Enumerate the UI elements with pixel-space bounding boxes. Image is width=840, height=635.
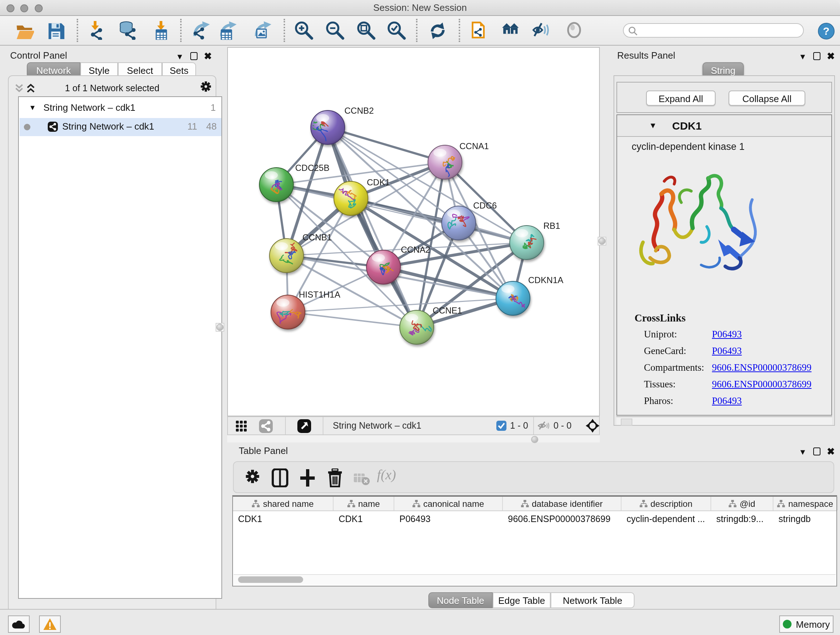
tab-edge-table[interactable]: Edge Table xyxy=(493,592,551,608)
crosslink-link[interactable]: P06493 xyxy=(712,345,742,357)
network-node-count: 11 xyxy=(187,121,197,132)
table-settings-gear-icon[interactable] xyxy=(245,469,261,487)
crosslink-link[interactable]: P06493 xyxy=(712,329,742,340)
panel-menu-icon[interactable]: ▼ xyxy=(799,52,807,60)
toolbar-separator xyxy=(416,19,417,42)
search-input[interactable] xyxy=(623,23,804,38)
document-share-icon[interactable] xyxy=(470,21,490,41)
results-scroll-strip[interactable] xyxy=(616,416,832,425)
network-share-view-icon[interactable] xyxy=(259,419,273,433)
column-header-description[interactable]: description xyxy=(622,497,711,510)
tab-node-table[interactable]: Node Table xyxy=(428,592,493,608)
entry-collapse-icon[interactable]: ▼ xyxy=(649,121,657,130)
grid-view-icon[interactable] xyxy=(236,421,247,434)
column-header--id[interactable]: @id xyxy=(711,497,774,510)
panel-float-icon[interactable] xyxy=(813,52,821,60)
collection-expander-icon[interactable]: ▼ xyxy=(29,103,36,111)
crosslink-link[interactable]: 9606.ENSP00000378699 xyxy=(712,362,812,374)
export-image-icon[interactable] xyxy=(253,21,273,41)
protein-entry-header[interactable]: ▼ CDK1 xyxy=(617,115,831,137)
crosslink-row: Uniprot:P06493 xyxy=(644,329,825,345)
table-cell[interactable]: P06493 xyxy=(394,514,503,526)
table-cell[interactable]: stringdb xyxy=(774,514,838,526)
network-options-gear-icon[interactable] xyxy=(200,80,212,96)
results-panel-title: Results Panel xyxy=(617,50,675,61)
table-row[interactable]: CDK1CDK1P064939606.ENSP00000378699cyclin… xyxy=(233,514,836,526)
zoom-fit-icon[interactable] xyxy=(357,21,377,41)
node-label-HIST1H1A: HIST1H1A xyxy=(299,290,340,299)
scrollbar-thumb[interactable] xyxy=(238,576,303,583)
network-collection-row[interactable]: ▼ String Network – cdk1 1 xyxy=(19,101,221,118)
export-table-icon[interactable] xyxy=(218,21,239,41)
node-label-CDKN1A: CDKN1A xyxy=(528,275,563,285)
open-in-new-window-icon[interactable] xyxy=(297,419,311,433)
panel-close-icon[interactable]: ✖ xyxy=(204,51,212,62)
birds-eye-view-icon[interactable] xyxy=(585,418,600,436)
help-icon[interactable]: ? xyxy=(818,22,838,43)
tab-network-table[interactable]: Network Table xyxy=(551,592,635,608)
network-current-dot-icon xyxy=(24,124,30,130)
left-splitter-handle[interactable] xyxy=(216,323,224,332)
add-column-icon[interactable] xyxy=(299,469,316,490)
refresh-icon[interactable] xyxy=(428,21,448,41)
panel-close-icon[interactable]: ✖ xyxy=(827,51,835,62)
node-RB1[interactable] xyxy=(510,226,544,260)
node-label-CCNB1: CCNB1 xyxy=(302,233,332,242)
cloud-button[interactable] xyxy=(8,616,30,633)
delete-column-trash-icon[interactable] xyxy=(326,469,344,490)
selected-checkbox-icon[interactable] xyxy=(496,421,507,431)
panel-menu-icon[interactable]: ▼ xyxy=(799,447,807,456)
panel-float-icon[interactable] xyxy=(190,52,197,60)
warnings-button[interactable] xyxy=(39,616,61,633)
edge-CCNE1-HIST1H1A[interactable] xyxy=(288,312,417,327)
function-builder-icon-disabled: f(x) xyxy=(377,467,396,483)
table-cell[interactable]: CDK1 xyxy=(233,514,333,526)
panel-float-icon[interactable] xyxy=(813,448,821,455)
zoom-selected-icon[interactable] xyxy=(387,21,407,41)
panel-close-icon[interactable]: ✖ xyxy=(827,446,835,457)
save-session-icon[interactable] xyxy=(46,21,66,41)
table-cell[interactable]: CDK1 xyxy=(333,514,394,526)
column-header-canonical-name[interactable]: canonical name xyxy=(394,497,503,510)
import-database-icon[interactable] xyxy=(118,21,138,41)
table-cell[interactable]: stringdb:9... xyxy=(711,514,774,526)
node-CCNB1[interactable] xyxy=(270,239,303,272)
results-buttons-row: Expand All Collapse All xyxy=(616,82,832,113)
table-cell[interactable]: 9606.ENSP00000378699 xyxy=(503,514,622,526)
home-icon[interactable] xyxy=(501,21,522,41)
column-header-database-identifier[interactable]: database identifier xyxy=(503,497,622,510)
table-horizontal-scrollbar[interactable] xyxy=(234,574,836,585)
node-CDC6[interactable] xyxy=(442,206,476,240)
table-panel-controls: ▼ ✖ xyxy=(799,446,835,457)
control-panel-controls: ▼ ✖ xyxy=(176,51,212,62)
export-network-icon[interactable] xyxy=(192,21,212,41)
crosslink-link[interactable]: 9606.ENSP00000378699 xyxy=(712,379,812,390)
network-type-icon xyxy=(48,122,58,132)
node-CCNB2[interactable] xyxy=(311,111,345,144)
node-CDC25B[interactable] xyxy=(259,168,294,202)
import-table-icon[interactable] xyxy=(152,21,172,41)
network-row-selected[interactable]: String Network – cdk1 11 48 xyxy=(19,118,221,136)
crosslink-row: Compartments:9606.ENSP00000378699 xyxy=(644,362,825,379)
column-header-namespace[interactable]: namespace xyxy=(774,497,838,510)
open-session-icon[interactable] xyxy=(15,21,35,41)
import-network-icon[interactable] xyxy=(87,21,107,41)
expand-all-button[interactable]: Expand All xyxy=(646,90,715,106)
eye-hide-icon[interactable] xyxy=(532,21,552,41)
panel-menu-icon[interactable]: ▼ xyxy=(176,52,184,60)
node-CDK1[interactable] xyxy=(334,181,368,215)
zoom-out-icon[interactable] xyxy=(325,21,346,41)
network-label: String Network – cdk1 xyxy=(62,121,154,132)
eye-icon[interactable] xyxy=(565,21,585,41)
search-field[interactable] xyxy=(639,25,802,38)
edge-CCNE1-CCNB2[interactable] xyxy=(328,127,417,327)
collapse-all-button[interactable]: Collapse All xyxy=(729,90,805,106)
show-columns-icon[interactable] xyxy=(271,469,289,490)
column-header-shared-name[interactable]: shared name xyxy=(233,497,333,510)
column-header-name[interactable]: name xyxy=(333,497,394,510)
zoom-in-icon[interactable] xyxy=(294,21,315,41)
crosslink-link[interactable]: P06493 xyxy=(712,395,742,407)
network-canvas[interactable]: CCNB2CCNA1CDC25BCDK1CDC6RB1CCNB1CCNA2CDK… xyxy=(227,47,600,416)
table-cell[interactable]: cyclin-dependent ... xyxy=(622,514,711,526)
memory-button[interactable]: Memory xyxy=(779,616,834,633)
